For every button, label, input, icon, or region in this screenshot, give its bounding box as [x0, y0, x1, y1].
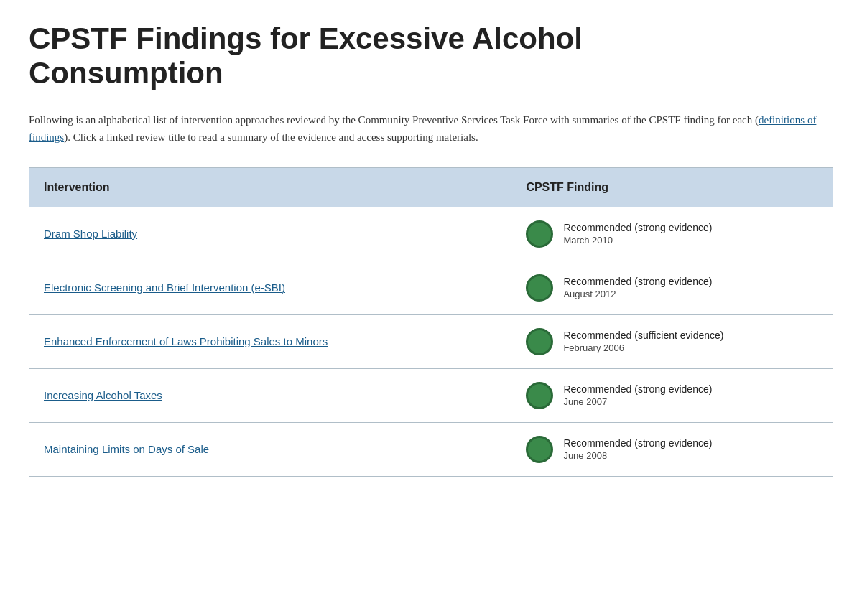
recommended-icon: [526, 274, 553, 302]
finding-date: March 2010: [563, 235, 712, 246]
finding-label: Recommended (strong evidence): [563, 437, 712, 449]
intervention-link[interactable]: Enhanced Enforcement of Laws Prohibiting…: [44, 335, 328, 347]
intervention-cell: Enhanced Enforcement of Laws Prohibiting…: [29, 314, 511, 368]
finding-label: Recommended (strong evidence): [563, 222, 712, 233]
table-row: Electronic Screening and Brief Intervent…: [29, 261, 833, 314]
intervention-link[interactable]: Increasing Alcohol Taxes: [44, 389, 162, 401]
intervention-link[interactable]: Dram Shop Liability: [44, 228, 137, 240]
intervention-cell: Electronic Screening and Brief Intervent…: [29, 261, 511, 314]
recommended-icon: [526, 328, 553, 355]
finding-label: Recommended (sufficient evidence): [563, 330, 723, 341]
table-row: Maintaining Limits on Days of SaleRecomm…: [29, 422, 833, 476]
finding-cell: Recommended (strong evidence)March 2010: [511, 207, 833, 261]
finding-label: Recommended (strong evidence): [563, 276, 712, 287]
finding-label: Recommended (strong evidence): [563, 383, 712, 395]
recommended-icon: [526, 382, 553, 409]
intervention-link[interactable]: Electronic Screening and Brief Intervent…: [44, 281, 285, 294]
table-row: Increasing Alcohol TaxesRecommended (str…: [29, 368, 833, 422]
intervention-link[interactable]: Maintaining Limits on Days of Sale: [44, 443, 209, 455]
table-row: Dram Shop LiabilityRecommended (strong e…: [29, 207, 833, 261]
finding-date: August 2012: [563, 289, 712, 299]
intervention-cell: Increasing Alcohol Taxes: [29, 368, 511, 422]
finding-cell: Recommended (strong evidence)June 2008: [511, 422, 833, 476]
intervention-cell: Dram Shop Liability: [29, 207, 511, 261]
table-row: Enhanced Enforcement of Laws Prohibiting…: [29, 314, 833, 368]
intervention-cell: Maintaining Limits on Days of Sale: [29, 422, 511, 476]
finding-date: June 2008: [563, 450, 712, 461]
finding-date: February 2006: [563, 342, 723, 353]
column-header-intervention: Intervention: [29, 167, 511, 207]
findings-table: Intervention CPSTF Finding Dram Shop Lia…: [29, 167, 833, 477]
finding-date: June 2007: [563, 396, 712, 407]
page-title: CPSTF Findings for Excessive Alcohol Con…: [29, 22, 833, 91]
column-header-finding: CPSTF Finding: [511, 167, 833, 207]
finding-cell: Recommended (sufficient evidence)Februar…: [511, 314, 833, 368]
table-header-row: Intervention CPSTF Finding: [29, 167, 833, 207]
finding-cell: Recommended (strong evidence)August 2012: [511, 261, 833, 314]
finding-cell: Recommended (strong evidence)June 2007: [511, 368, 833, 422]
intro-paragraph: Following is an alphabetical list of int…: [29, 111, 833, 146]
recommended-icon: [526, 436, 553, 463]
recommended-icon: [526, 220, 553, 248]
